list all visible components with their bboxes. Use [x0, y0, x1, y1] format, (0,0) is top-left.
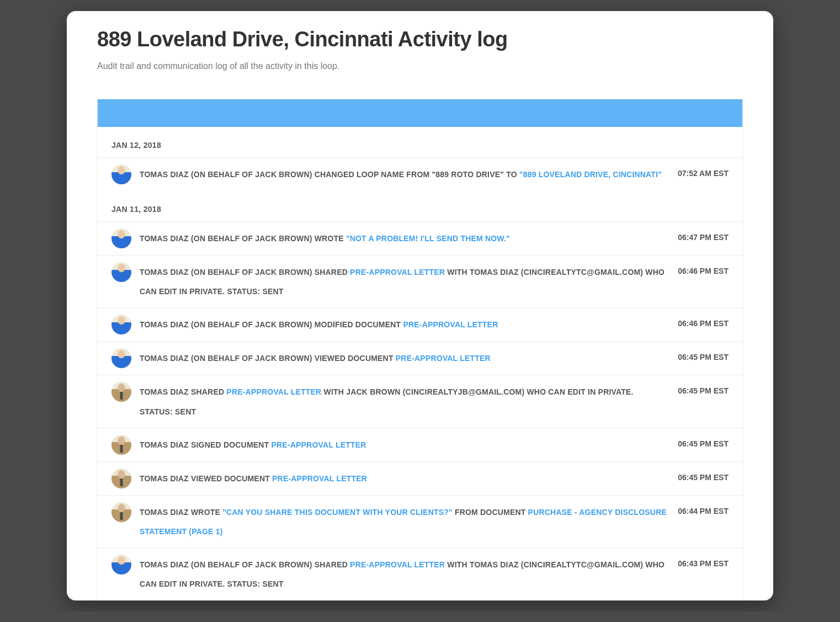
entry-text: TOMAS DIAZ VIEWED DOCUMENT PRE-APPROVAL …: [140, 474, 367, 483]
entry-content: TOMAS DIAZ (ON BEHALF OF JACK BROWN) SHA…: [140, 262, 678, 301]
log-entry: TOMAS DIAZ WROTE "CAN YOU SHARE THIS DOC…: [98, 495, 742, 547]
entry-timestamp: 06:45 PM EST: [678, 435, 729, 448]
entry-text-segment: TOMAS DIAZ SIGNED DOCUMENT: [140, 440, 271, 449]
log-entry: TOMAS DIAZ VIEWED DOCUMENT PRE-APPROVAL …: [98, 461, 742, 495]
entry-text: TOMAS DIAZ (ON BEHALF OF JACK BROWN) SHA…: [140, 560, 664, 588]
entry-content: TOMAS DIAZ (ON BEHALF OF JACK BROWN) WRO…: [140, 228, 678, 248]
entry-link[interactable]: PRE-APPROVAL LETTER: [350, 268, 445, 277]
avatar: [111, 348, 131, 368]
activity-log-container: JAN 12, 2018TOMAS DIAZ (ON BEHALF OF JAC…: [97, 99, 743, 600]
entry-content: TOMAS DIAZ (ON BEHALF OF JACK BROWN) CHA…: [140, 164, 678, 184]
entry-text: TOMAS DIAZ (ON BEHALF OF JACK BROWN) SHA…: [140, 268, 664, 296]
entry-timestamp: 06:46 PM EST: [678, 262, 729, 275]
entry-content: TOMAS DIAZ SIGNED DOCUMENT PRE-APPROVAL …: [140, 435, 678, 454]
avatar: [111, 164, 131, 184]
avatar: [111, 315, 131, 334]
page-title: 889 Loveland Drive, Cincinnati Activity …: [97, 28, 743, 51]
entry-timestamp: 06:46 PM EST: [678, 315, 729, 328]
entry-text: TOMAS DIAZ (ON BEHALF OF JACK BROWN) CHA…: [140, 170, 662, 179]
entry-text-segment: TOMAS DIAZ (ON BEHALF OF JACK BROWN) MOD…: [140, 320, 403, 329]
entry-text-segment: TOMAS DIAZ SHARED: [140, 387, 226, 396]
log-entry: TOMAS DIAZ (ON BEHALF OF JACK BROWN) CHA…: [98, 157, 742, 191]
activity-log-window: 889 Loveland Drive, Cincinnati Activity …: [67, 11, 773, 600]
log-header-bar: [98, 99, 742, 127]
avatar: [111, 502, 131, 522]
entry-text-segment: FROM DOCUMENT: [453, 508, 528, 517]
entry-text-segment: TOMAS DIAZ VIEWED DOCUMENT: [140, 474, 272, 483]
entry-link[interactable]: PRE-APPROVAL LETTER: [403, 320, 498, 329]
entry-text-segment: TOMAS DIAZ (ON BEHALF OF JACK BROWN) CHA…: [140, 170, 519, 179]
entry-content: TOMAS DIAZ (ON BEHALF OF JACK BROWN) VIE…: [140, 348, 678, 368]
log-entry: TOMAS DIAZ SHARED PRE-APPROVAL LETTER WI…: [98, 375, 742, 427]
entry-text: TOMAS DIAZ SHARED PRE-APPROVAL LETTER WI…: [140, 387, 634, 416]
log-entry: TOMAS DIAZ (ON BEHALF OF JACK BROWN) VIE…: [98, 341, 742, 375]
entry-text: TOMAS DIAZ WROTE "CAN YOU SHARE THIS DOC…: [140, 508, 667, 536]
entry-content: TOMAS DIAZ WROTE "CAN YOU SHARE THIS DOC…: [140, 502, 678, 541]
avatar: [111, 228, 131, 248]
page-subtitle: Audit trail and communication log of all…: [97, 61, 743, 71]
date-header: JAN 12, 2018: [98, 127, 742, 157]
entry-timestamp: 06:44 PM EST: [678, 502, 729, 515]
entry-timestamp: 06:43 PM EST: [678, 555, 729, 568]
entry-text-segment: TOMAS DIAZ (ON BEHALF OF JACK BROWN) SHA…: [140, 560, 350, 569]
entry-timestamp: 06:47 PM EST: [678, 228, 729, 242]
entry-content: TOMAS DIAZ SHARED PRE-APPROVAL LETTER WI…: [140, 382, 678, 421]
entry-timestamp: 06:45 PM EST: [678, 469, 729, 482]
entry-link[interactable]: PRE-APPROVAL LETTER: [350, 560, 445, 569]
entry-link[interactable]: "NOT A PROBLEM! I'LL SEND THEM NOW.": [346, 234, 510, 243]
entry-text-segment: TOMAS DIAZ WROTE: [140, 508, 222, 517]
entry-content: TOMAS DIAZ (ON BEHALF OF JACK BROWN) MOD…: [140, 315, 678, 334]
avatar: [111, 555, 131, 575]
avatar: [111, 262, 131, 282]
page-header: 889 Loveland Drive, Cincinnati Activity …: [67, 28, 773, 88]
date-header: JAN 11, 2018: [98, 191, 742, 221]
log-entry: TOMAS DIAZ (ON BEHALF OF JACK BROWN) SHA…: [98, 547, 742, 600]
entry-link[interactable]: "889 LOVELAND DRIVE, CINCINNATI": [519, 170, 662, 179]
entry-text: TOMAS DIAZ (ON BEHALF OF JACK BROWN) WRO…: [140, 234, 510, 243]
avatar: [111, 469, 131, 488]
avatar: [111, 435, 131, 455]
entry-text-segment: TOMAS DIAZ (ON BEHALF OF JACK BROWN) SHA…: [140, 268, 350, 277]
log-entry: TOMAS DIAZ SIGNED DOCUMENT PRE-APPROVAL …: [98, 428, 742, 461]
log-entry: TOMAS DIAZ (ON BEHALF OF JACK BROWN) MOD…: [98, 307, 742, 341]
entry-text: TOMAS DIAZ SIGNED DOCUMENT PRE-APPROVAL …: [140, 440, 366, 449]
entry-link[interactable]: "CAN YOU SHARE THIS DOCUMENT WITH YOUR C…: [222, 508, 453, 517]
entry-timestamp: 06:45 PM EST: [678, 382, 729, 395]
entry-text: TOMAS DIAZ (ON BEHALF OF JACK BROWN) VIE…: [140, 354, 491, 363]
entry-text: TOMAS DIAZ (ON BEHALF OF JACK BROWN) MOD…: [140, 320, 498, 329]
log-body: JAN 12, 2018TOMAS DIAZ (ON BEHALF OF JAC…: [98, 127, 742, 600]
entry-text-segment: TOMAS DIAZ (ON BEHALF OF JACK BROWN) WRO…: [140, 234, 346, 243]
entry-link[interactable]: PRE-APPROVAL LETTER: [396, 354, 491, 363]
entry-link[interactable]: PRE-APPROVAL LETTER: [271, 440, 366, 449]
entry-content: TOMAS DIAZ VIEWED DOCUMENT PRE-APPROVAL …: [140, 469, 678, 488]
entry-text-segment: TOMAS DIAZ (ON BEHALF OF JACK BROWN) VIE…: [140, 354, 396, 363]
log-entry: TOMAS DIAZ (ON BEHALF OF JACK BROWN) SHA…: [98, 255, 742, 307]
entry-timestamp: 07:52 AM EST: [678, 164, 729, 178]
entry-link[interactable]: PRE-APPROVAL LETTER: [226, 387, 321, 396]
avatar: [111, 382, 131, 402]
log-entry: TOMAS DIAZ (ON BEHALF OF JACK BROWN) WRO…: [98, 221, 742, 255]
entry-timestamp: 06:45 PM EST: [678, 348, 729, 361]
entry-content: TOMAS DIAZ (ON BEHALF OF JACK BROWN) SHA…: [140, 555, 678, 593]
entry-link[interactable]: PRE-APPROVAL LETTER: [272, 474, 367, 483]
